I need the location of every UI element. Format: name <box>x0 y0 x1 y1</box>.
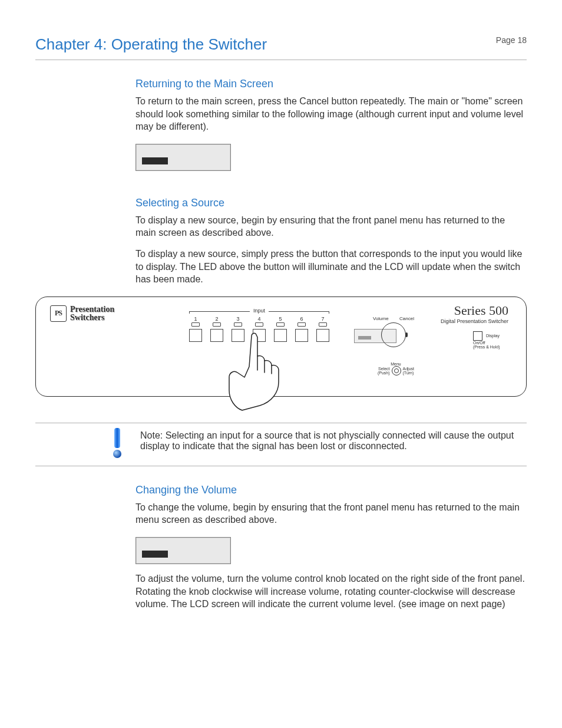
section-heading-main: Returning to the Main Screen <box>135 78 527 90</box>
section-heading-select: Selecting a Source <box>135 197 527 209</box>
cancel-label: Cancel <box>399 316 414 321</box>
svg-point-1 <box>113 450 121 458</box>
input-button-2[interactable]: 2 <box>210 316 223 342</box>
display-onoff-button[interactable]: Display On/Off (Press & Hold) <box>473 331 508 350</box>
input-group-label: Input <box>250 308 269 314</box>
front-panel-diagram: PS Presentation Switchers Series 500 Dig… <box>35 297 527 397</box>
input-button-7[interactable]: 7 <box>316 316 329 342</box>
led-icon <box>255 322 263 327</box>
lcd-screenshot <box>135 537 231 564</box>
brand-block: PS Presentation Switchers <box>50 305 114 322</box>
led-icon <box>191 322 200 327</box>
chapter-title: Chapter 4: Operating the Switcher <box>35 35 267 54</box>
series-label: Series 500 Digital Presentation Switcher <box>441 303 508 324</box>
note-text: Note: Selecting an input for a source th… <box>140 428 527 454</box>
led-icon <box>234 322 242 327</box>
input-button-6[interactable]: 6 <box>295 316 308 342</box>
body-text: To change the volume, begin by ensuring … <box>135 501 527 526</box>
body-text: To display a new source, begin by ensuri… <box>135 214 527 239</box>
led-icon <box>297 322 306 327</box>
note-callout: Note: Selecting an input for a source th… <box>35 423 527 466</box>
led-icon <box>276 322 285 327</box>
input-button-3[interactable]: 3 <box>232 316 244 342</box>
input-button-5[interactable]: 5 <box>274 316 287 342</box>
info-exclamation-icon <box>112 428 123 459</box>
led-icon <box>319 322 327 327</box>
header-divider <box>35 60 527 60</box>
brand-text: Presentation Switchers <box>70 305 114 322</box>
lcd-screenshot <box>135 144 231 171</box>
svg-rect-0 <box>114 428 120 448</box>
body-text: To adjust the volume, turn the volume co… <box>135 572 527 611</box>
input-button-4[interactable]: 4 <box>253 316 266 342</box>
body-text: To return to the main screen, press the … <box>135 95 527 133</box>
brand-logo-icon: PS <box>50 305 67 322</box>
input-buttons-group: Input 1 2 3 <box>189 308 329 342</box>
menu-label: Menu <box>378 362 414 366</box>
volume-knob-area: Volume Cancel <box>373 316 414 347</box>
pointing-hand-icon <box>224 331 319 414</box>
page-number: Page 18 <box>496 35 527 45</box>
section-heading-volume: Changing the Volume <box>135 484 527 496</box>
input-button-1[interactable]: 1 <box>189 316 202 342</box>
volume-label: Volume <box>373 316 389 321</box>
volume-knob[interactable] <box>381 322 406 347</box>
led-icon <box>213 322 221 327</box>
menu-knob[interactable] <box>392 366 401 375</box>
body-text: To display a new source, simply press th… <box>135 248 527 286</box>
menu-knob-area: Menu Select (Push) Adjust (Turn) <box>378 362 414 375</box>
